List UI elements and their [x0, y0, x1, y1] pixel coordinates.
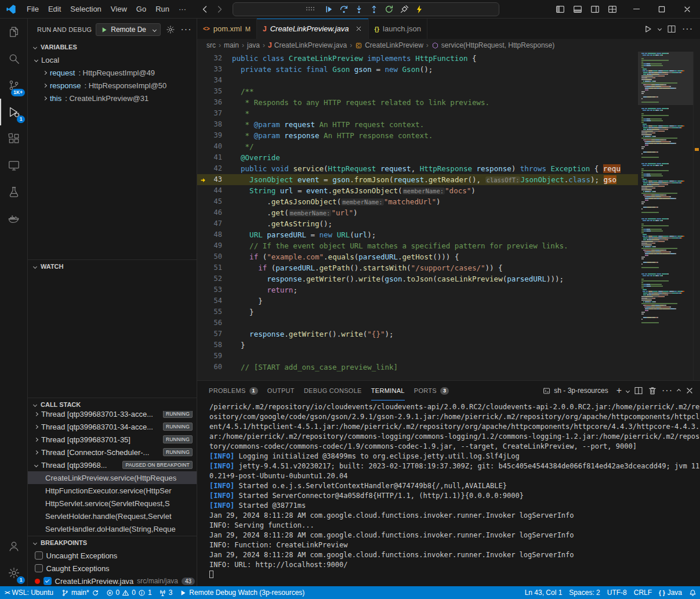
gutter[interactable]: 36 [197, 97, 232, 108]
activity-settings[interactable]: 1 [0, 560, 27, 586]
code-line[interactable]: 58 } [197, 340, 700, 351]
tab-launch-json[interactable]: {}launch.json [369, 19, 427, 39]
breadcrumb-item[interactable]: java [247, 41, 260, 49]
toggle-secondary-sidebar-icon[interactable] [587, 2, 603, 17]
callstack-frame[interactable]: ServletHandler.doHandle(String,Reque [28, 522, 197, 535]
code-line[interactable]: 44 String url = event.getAsJsonObject(me… [197, 185, 700, 196]
terminal-output[interactable]: /pierrick/.m2/repository/io/cloudevents/… [197, 400, 700, 586]
activity-search[interactable] [0, 45, 27, 72]
code-text[interactable] [232, 317, 700, 329]
line-number[interactable]: 56 [214, 317, 222, 329]
code-text[interactable]: } [232, 295, 700, 306]
gutter[interactable]: 48 [197, 229, 232, 240]
line-number[interactable]: 37 [214, 108, 222, 119]
code-line[interactable]: 47 .getAsString(); [197, 218, 700, 229]
tab-pom-xml[interactable]: <>pom.xmlM [197, 19, 257, 39]
code-text[interactable]: private static final Gson gson = new Gso… [232, 64, 700, 75]
code-text[interactable]: .get(memberName:"url") [232, 207, 700, 218]
code-line[interactable]: 54 } [197, 295, 700, 306]
gutter[interactable]: 56 [197, 317, 232, 329]
panel-tab-debug-console[interactable]: DEBUG CONSOLE [304, 381, 362, 400]
breakpoint-checkbox[interactable] [35, 551, 43, 560]
gutter[interactable]: 60 [197, 362, 232, 373]
line-number[interactable]: 40 [214, 141, 222, 152]
panel-more-icon[interactable]: ··· [662, 385, 673, 396]
watch-header[interactable]: WATCH [28, 260, 197, 273]
new-terminal-icon[interactable]: + [616, 386, 622, 395]
line-number[interactable]: 58 [214, 340, 222, 351]
tab-createlinkpreview-java[interactable]: JCreateLinkPreview.java [257, 19, 369, 39]
breadcrumb-item[interactable]: CreateLinkPreview [355, 41, 423, 49]
menu-more[interactable]: ··· [174, 1, 191, 18]
gutter[interactable]: 46 [197, 207, 232, 218]
panel-tab-ports[interactable]: PORTS3 [414, 381, 449, 400]
gutter[interactable]: 49 [197, 240, 232, 251]
gutter[interactable]: 45 [197, 196, 232, 207]
code-line[interactable]: 56 [197, 317, 700, 329]
variables-header[interactable]: VARIABLES [28, 41, 197, 53]
breakpoint-row[interactable]: Uncaught Exceptions [28, 549, 197, 562]
code-line[interactable]: 48 URL parsedURL = new URL(url); [197, 229, 700, 240]
line-number[interactable]: 36 [214, 97, 222, 108]
minimize-button[interactable] [623, 0, 649, 19]
breakpoint-row[interactable]: CreateLinkPreview.javasrc/main/java43 [28, 575, 197, 586]
step-over-icon[interactable] [338, 3, 350, 16]
cursor-position[interactable]: Ln 43, Col 1 [521, 586, 566, 599]
language-mode[interactable]: { } Java [655, 586, 686, 599]
callstack-frame[interactable]: HttpFunctionExecutor.service(HttpSer [28, 484, 197, 497]
breadcrumb-item[interactable]: main [224, 41, 239, 49]
callstack-frame[interactable]: ServletHolder.handle(Request,Servlet [28, 510, 197, 522]
code-text[interactable]: .getAsString(); [232, 218, 700, 229]
code-editor[interactable]: 32public class CreateLinkPreview impleme… [197, 52, 700, 380]
code-text[interactable]: // [START add_ons_case_preview_link] [232, 362, 700, 373]
close-panel-icon[interactable] [685, 386, 694, 395]
code-text[interactable]: } [232, 306, 700, 317]
editor-more-icon[interactable]: ··· [682, 24, 693, 34]
code-line[interactable]: 53 return; [197, 284, 700, 295]
line-number[interactable]: 41 [214, 152, 222, 163]
code-line[interactable]: 43 JsonObject event = gson.fromJson(requ… [197, 174, 700, 185]
activity-remote-explorer[interactable] [0, 152, 27, 179]
activity-testing[interactable] [0, 179, 27, 205]
code-line[interactable]: 46 .get(memberName:"url") [197, 207, 700, 218]
code-line[interactable]: 55 } [197, 306, 700, 317]
remote-indicator[interactable]: >< WSL: Ubuntu [0, 586, 58, 599]
code-text[interactable]: // If the event object URL matches a spe… [232, 240, 700, 251]
gutter[interactable]: 34 [197, 75, 232, 86]
problems-status[interactable]: 0 0 1 [103, 586, 155, 599]
run-dropdown-icon[interactable] [658, 27, 662, 31]
menu-edit[interactable]: Edit [43, 1, 66, 18]
gutter[interactable]: 52 [197, 273, 232, 284]
panel-tab-output[interactable]: OUTPUT [267, 381, 295, 400]
breakpoint-checkbox[interactable] [43, 577, 52, 585]
code-line[interactable]: 36 * Responds to any HTTP request relate… [197, 97, 700, 108]
step-out-icon[interactable] [368, 3, 380, 16]
activity-explorer[interactable] [0, 19, 27, 45]
callstack-frame[interactable]: CreateLinkPreview.service(HttpReques [28, 471, 197, 484]
panel-tab-problems[interactable]: PROBLEMS1 [209, 381, 258, 400]
callstack-thread[interactable]: Thread [qtp399683701-34-acce...RUNNING [28, 420, 197, 433]
continue-icon[interactable] [322, 3, 335, 16]
panel-tab-terminal[interactable]: TERMINAL [371, 381, 405, 400]
gutter[interactable]: 37 [197, 108, 232, 119]
gutter[interactable]: 42 [197, 163, 232, 174]
line-number[interactable]: 51 [214, 262, 222, 273]
gutter[interactable]: 59 [197, 351, 232, 362]
breakpoints-header[interactable]: BREAKPOINTS [28, 536, 197, 549]
split-editor-icon[interactable] [667, 24, 676, 34]
step-into-icon[interactable] [353, 3, 365, 16]
gutter[interactable]: 44 [197, 185, 232, 196]
code-line[interactable]: 41 @Override [197, 152, 700, 163]
gutter[interactable]: 47 [197, 218, 232, 229]
menu-file[interactable]: File [22, 1, 43, 18]
toggle-panel-icon[interactable] [570, 2, 585, 17]
kill-terminal-icon[interactable] [648, 386, 657, 395]
breadcrumb-item[interactable]: JCreateLinkPreview.java [268, 41, 347, 49]
code-text[interactable] [232, 351, 700, 362]
code-line[interactable]: 34 [197, 75, 700, 86]
callstack-thread[interactable]: Thread [qtp399683701-35]RUNNING [28, 433, 197, 446]
code-line[interactable]: 37 * [197, 108, 700, 119]
forward-icon[interactable] [213, 2, 227, 16]
terminal-instance[interactable]: sh - 3p-resources [543, 387, 608, 395]
activity-source-control[interactable]: 1K+ [0, 72, 27, 99]
